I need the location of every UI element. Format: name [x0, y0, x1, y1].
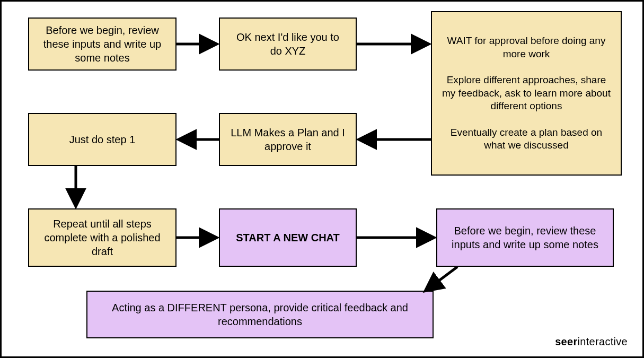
node-different-persona: Acting as a DIFFERENT persona, provide c… [86, 291, 434, 338]
brand-bold: seer [555, 336, 577, 347]
node-text: WAIT for approval before doing any more … [442, 34, 611, 152]
node-plan-approved: LLM Makes a Plan and I approve it [219, 113, 357, 166]
arrow-again-persona [426, 267, 457, 291]
node-repeat-steps: Repeat until all steps complete with a p… [28, 208, 177, 267]
node-text: Acting as a DIFFERENT persona, provide c… [97, 301, 423, 328]
node-text: Just do step 1 [69, 133, 136, 146]
brand-rest: interactive [578, 336, 628, 347]
node-text: Before we begin, review these inputs and… [39, 23, 166, 65]
node-text: OK next I'd like you to do XYZ [230, 30, 346, 58]
node-do-xyz: OK next I'd like you to do XYZ [219, 18, 357, 71]
node-text: Before we begin, review these inputs and… [447, 224, 603, 251]
node-just-step-1: Just do step 1 [28, 113, 177, 166]
node-wait-approval: WAIT for approval before doing any more … [431, 11, 622, 176]
node-text: Repeat until all steps complete with a p… [39, 217, 166, 258]
diagram-frame: Before we begin, review these inputs and… [0, 0, 644, 358]
node-text: START A NEW CHAT [236, 231, 340, 245]
node-start-new-chat: START A NEW CHAT [219, 208, 357, 267]
brand-logo: seerinteractive [555, 336, 628, 348]
node-review-inputs: Before we begin, review these inputs and… [28, 18, 177, 71]
node-text: LLM Makes a Plan and I approve it [230, 126, 346, 153]
node-review-again: Before we begin, review these inputs and… [436, 208, 614, 267]
